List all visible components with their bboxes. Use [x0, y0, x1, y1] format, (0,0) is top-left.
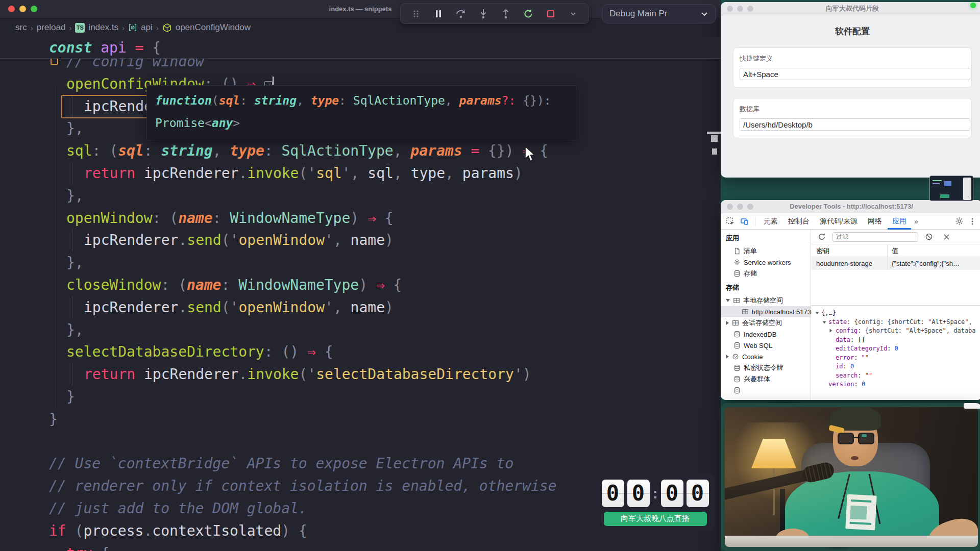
code-line[interactable]: }, [0, 252, 721, 274]
code-token [452, 94, 459, 107]
json-tree-row[interactable]: state: {config: {shortCut: "Alt+Space", [815, 318, 980, 327]
breadcrumb-item-openConfigWindow[interactable]: openConfigWindow [162, 22, 251, 33]
step-into-icon[interactable] [476, 6, 491, 21]
tabs-overflow-chevron[interactable]: » [912, 217, 920, 226]
sidebar-item-IndexedDB[interactable]: IndexedDB [721, 329, 811, 340]
json-tree-row[interactable]: search: "" [815, 371, 980, 381]
sidebar-item-Service workers[interactable]: Service workers [721, 257, 811, 268]
sidebar-item-兴趣群体[interactable]: 兴趣群体 [721, 373, 811, 385]
code-line[interactable]: try { [0, 542, 721, 551]
breadcrumb-item-src[interactable]: src [15, 22, 27, 33]
tab-应用[interactable]: 应用 [888, 213, 911, 230]
sidebar-item-label: 存储 [744, 269, 757, 278]
column-header-值[interactable]: 值 [888, 244, 980, 257]
restart-icon[interactable] [521, 6, 536, 21]
code-token: name [178, 210, 212, 227]
tab-网络[interactable]: 网络 [863, 213, 887, 230]
sidebar-item-清单[interactable]: 清单 [721, 245, 811, 257]
gear-icon[interactable] [952, 215, 966, 228]
tree-arrow[interactable] [822, 318, 828, 327]
code-line[interactable]: ipcRenderer.send('openWindow', name) [0, 296, 721, 319]
code-line[interactable]: }, [0, 185, 721, 207]
filter-input[interactable] [832, 232, 918, 242]
chevron-expanded-icon[interactable] [726, 299, 730, 302]
sidebar-item-本地存储空间[interactable]: 本地存储空间 [721, 295, 811, 306]
code-line[interactable]: return ipcRenderer.invoke('sql', sql, ty… [0, 162, 721, 185]
tab-源代码/来源[interactable]: 源代码/来源 [815, 213, 862, 230]
sidebar-item-会话存储空间[interactable]: 会话存储空间 [721, 317, 811, 329]
block-icon[interactable] [922, 230, 936, 243]
chevron-collapsed-icon[interactable] [726, 355, 729, 359]
code-line[interactable]: closeWindow: (name: WindowNameType) ⇒ { [0, 274, 721, 296]
code-line[interactable] [0, 431, 721, 453]
tab-元素[interactable]: 元素 [759, 213, 782, 230]
chevron-expanded-icon[interactable] [816, 312, 819, 314]
code-line[interactable]: openWindow: (name: WindowNameType) ⇒ { [0, 207, 721, 230]
json-value: [] [857, 336, 865, 343]
screenshot-thumbnail[interactable] [929, 176, 973, 201]
code-line[interactable]: // Use `contextBridge` APIs to expose El… [0, 453, 721, 475]
code-line[interactable]: } [0, 386, 721, 408]
pause-icon[interactable] [431, 6, 446, 21]
hover-tooltip: function(sql: string, type: SqlActionTyp… [146, 85, 576, 139]
sticky-scroll-line[interactable]: const api = { [0, 37, 721, 59]
inspect-icon[interactable] [724, 215, 737, 228]
code-token: ' [307, 165, 316, 182]
code-line[interactable]: ipcRenderer.send('openWindow', name) [0, 229, 721, 252]
stop-icon[interactable] [543, 6, 558, 21]
device-icon[interactable] [738, 215, 751, 228]
sidebar-item-Web SQL[interactable]: Web SQL [721, 340, 811, 351]
json-tree-row[interactable]: config: {shortCut: "Alt+Space", databa [815, 327, 980, 336]
column-header-密钥[interactable]: 密钥 [811, 244, 888, 257]
grip-icon[interactable] [408, 6, 424, 21]
code-line[interactable]: sql: (sql: string, type: SqlActionType, … [0, 140, 721, 162]
tab-控制台[interactable]: 控制台 [783, 213, 814, 230]
sw-icon [733, 259, 741, 266]
sidebar-item-partial[interactable] [721, 385, 811, 396]
code-token [153, 142, 161, 159]
json-tree-row[interactable]: version: 0 [815, 380, 980, 389]
json-tree-row[interactable]: error: "" [815, 354, 980, 363]
sidebar-item-Cookie[interactable]: Cookie [721, 351, 811, 362]
code-line[interactable]: return ipcRenderer.invoke('selectDatabas… [0, 363, 721, 386]
sidebar-item-私密状态令牌[interactable]: 私密状态令牌 [721, 362, 811, 373]
code-token: ) [523, 366, 531, 383]
code-line[interactable]: } [0, 408, 721, 431]
kebab-icon[interactable] [966, 215, 979, 228]
json-value: {,…} [821, 309, 836, 316]
tree-arrow[interactable] [815, 309, 821, 318]
shortcut-input[interactable] [740, 68, 970, 80]
refresh-icon[interactable] [815, 230, 828, 243]
chevron-down-icon[interactable] [566, 6, 581, 21]
breadcrumb-item-api[interactable]: api [128, 22, 153, 33]
code-token: WindowNameType [221, 210, 350, 227]
code-line[interactable]: selectDatabaseDirectory: () ⇒ { [0, 341, 721, 363]
json-tree-row[interactable]: data: [] [815, 336, 980, 345]
code-line[interactable]: }, [0, 319, 721, 341]
db-icon [733, 387, 741, 394]
code-token: } [66, 388, 75, 405]
code-token: invoke [247, 366, 299, 383]
sidebar-item-label: 清单 [744, 246, 757, 256]
debug-configuration-dropdown[interactable]: Debug Main Pr [602, 4, 716, 23]
sidebar-item-http://localhost:5173/[interactable]: http://localhost:5173/ [721, 306, 811, 317]
breadcrumb[interactable]: src›preload›TSindex.ts›api›openConfigWin… [15, 18, 251, 37]
code-token: return [84, 165, 135, 182]
tree-arrow[interactable] [829, 327, 836, 336]
config-titlebar: 向军大叔代码片段 [721, 2, 980, 15]
chevron-expanded-icon[interactable] [823, 321, 826, 323]
sidebar-item-存储[interactable]: 存储 [721, 268, 811, 279]
json-tree-row[interactable]: id: 0 [815, 362, 980, 371]
json-tree-row[interactable]: {,…} [815, 309, 980, 318]
step-over-icon[interactable] [453, 6, 469, 21]
storage-json-tree[interactable]: {,…}state: {config: {shortCut: "Alt+Spac… [811, 306, 980, 400]
table-row[interactable]: houdunren-storage{"state":{"config":{"sh… [811, 257, 980, 270]
clear-icon[interactable] [940, 230, 953, 243]
step-out-icon[interactable] [498, 6, 513, 21]
chevron-collapsed-icon[interactable] [726, 321, 729, 325]
json-tree-row[interactable]: editCategoryId: 0 [815, 344, 980, 354]
database-path-input[interactable] [740, 118, 970, 131]
breadcrumb-item-index.ts[interactable]: TSindex.ts [75, 22, 118, 33]
chevron-collapsed-icon[interactable] [829, 329, 832, 333]
breadcrumb-item-preload[interactable]: preload [37, 22, 66, 33]
